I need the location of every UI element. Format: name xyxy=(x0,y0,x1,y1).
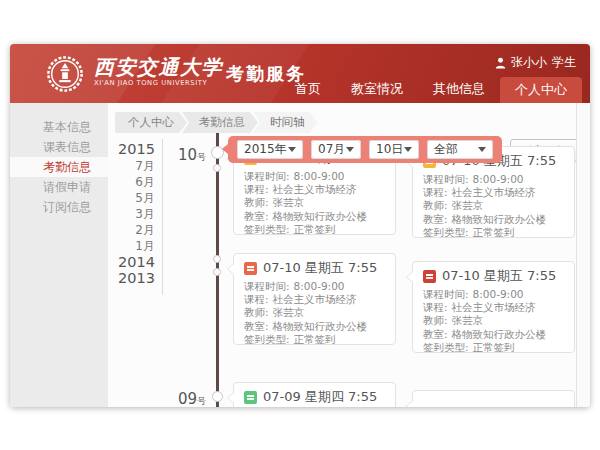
university-name: 西安交通大学 XI'AN JIAO TONG UNIVERSITY xyxy=(94,55,223,88)
month-select[interactable]: 07月 xyxy=(311,140,361,159)
card-row: 课程:社会主义市场经济 xyxy=(244,183,385,196)
attendance-card: 07-10 星期五 7:55 课程时间:8:00-9:00 课程:社会主义市场经… xyxy=(412,261,575,353)
breadcrumb-timeline[interactable]: 时间轴 xyxy=(253,112,318,133)
breadcrumb-personal-center[interactable]: 个人中心 xyxy=(115,112,187,133)
timeline-dot xyxy=(213,268,221,276)
signin-status-icon xyxy=(244,391,257,404)
card-row: 课程:社会主义市场经济 xyxy=(423,186,564,199)
nav-item-personal-center[interactable]: 个人中心 xyxy=(500,77,582,103)
card-row: 课程:社会主义市场经济 xyxy=(244,293,385,306)
card-row: 教师:张芸京 xyxy=(423,199,564,212)
card-row: 签到类型:正常签到 xyxy=(423,226,564,239)
card-row: 课程时间:8:00-9:00 xyxy=(423,173,564,186)
attendance-card-header: 07-10 星期五 7:55 xyxy=(423,268,564,284)
breadcrumb-attendance-info[interactable]: 考勤信息 xyxy=(182,112,258,133)
card-row: 教室:格物致知行政办公楼 xyxy=(244,320,385,333)
card-row: 课程:社会主义市场经济 xyxy=(423,301,564,314)
user-icon xyxy=(495,57,506,69)
scrollbar[interactable] xyxy=(576,103,590,407)
main-panel: 个人中心 考勤信息 时间轴 2015 7月 6月 5月 3月 2月 1月 201… xyxy=(108,103,590,407)
attendance-card-header: 07-09 星期四 7:55 xyxy=(244,389,385,405)
university-name-en: XI'AN JIAO TONG UNIVERSITY xyxy=(94,79,223,88)
timeline-day-marker-10: 10号 xyxy=(164,145,206,164)
attendance-card-title: 07-10 星期五 7:55 xyxy=(442,267,556,285)
attendance-card xyxy=(412,390,575,407)
timeline-month-1[interactable]: 1月 xyxy=(108,238,155,254)
chevron-down-icon xyxy=(404,147,412,152)
day-select[interactable]: 10日 xyxy=(369,140,419,159)
sidebar: 基本信息 课表信息 考勤信息 请假申请 订阅信息 xyxy=(10,103,108,407)
attendance-card-header: 07-10 星期五 7:55 xyxy=(244,260,385,276)
card-row: 签到类型:正常签到 xyxy=(423,341,564,354)
card-row: 课程时间:8:00-9:00 xyxy=(244,170,385,183)
timeline-month-7[interactable]: 7月 xyxy=(108,158,155,174)
sidebar-item-basic-info[interactable]: 基本信息 xyxy=(10,117,108,137)
card-row: 教室:格物致知行政办公楼 xyxy=(423,213,564,226)
sidebar-item-subscription-info[interactable]: 订阅信息 xyxy=(10,197,108,217)
user-info[interactable]: 张小小 学生 xyxy=(495,54,576,71)
card-row: 课程时间:8:00-9:00 xyxy=(244,280,385,293)
nav-item-home[interactable]: 首页 xyxy=(280,74,336,103)
month-select-value: 07月 xyxy=(318,141,345,158)
timeline-month-3[interactable]: 3月 xyxy=(108,206,155,222)
card-row: 教师:张芸京 xyxy=(423,314,564,327)
nav-item-other-info[interactable]: 其他信息 xyxy=(418,74,500,103)
chevron-down-icon xyxy=(346,147,354,152)
content-area: 基本信息 课表信息 考勤信息 请假申请 订阅信息 个人中心 考勤信息 时间轴 2… xyxy=(10,103,590,407)
card-row: 课程时间:8:00-9:00 xyxy=(423,288,564,301)
sidebar-item-leave-request[interactable]: 请假申请 xyxy=(10,177,108,197)
timeline-day-marker-09: 09号 xyxy=(164,389,206,407)
user-role: 学生 xyxy=(552,54,576,71)
timeline-month-6[interactable]: 6月 xyxy=(108,174,155,190)
attendance-card-title: 07-09 星期四 7:55 xyxy=(263,388,377,406)
timeline-month-2[interactable]: 2月 xyxy=(108,222,155,238)
day-select-value: 10日 xyxy=(376,141,403,158)
nav-item-classrooms[interactable]: 教室情况 xyxy=(336,74,418,103)
university-seal-icon xyxy=(46,55,84,93)
card-row: 教师:张芸京 xyxy=(244,196,385,209)
user-name: 张小小 xyxy=(511,54,547,71)
category-select-value: 全部 xyxy=(434,141,458,158)
timeline-year-2013[interactable]: 2013 xyxy=(108,270,155,287)
timeline-year-2015[interactable]: 2015 xyxy=(108,141,155,158)
year-select-value: 2015年 xyxy=(244,141,287,158)
signin-status-icon xyxy=(244,262,257,275)
card-row: 教室:格物致知行政办公楼 xyxy=(244,210,385,223)
timeline-dot xyxy=(213,164,221,172)
year-select[interactable]: 2015年 xyxy=(237,140,303,159)
signin-status-icon xyxy=(423,270,436,283)
university-name-cn: 西安交通大学 xyxy=(94,55,223,79)
day-number: 10 xyxy=(178,146,197,164)
card-row: 教师:张芸京 xyxy=(244,306,385,319)
timeline-dot xyxy=(212,391,223,402)
day-suffix: 号 xyxy=(197,152,206,162)
category-select[interactable]: 全部 xyxy=(427,140,493,159)
app-window: 西安交通大学 XI'AN JIAO TONG UNIVERSITY 考勤服务 张… xyxy=(10,44,590,407)
card-row: 教室:格物致知行政办公楼 xyxy=(423,328,564,341)
attendance-card: 07-10 星期五 7:55 课程时间:8:00-9:00 课程:社会主义市场经… xyxy=(233,253,396,345)
date-filter-bar: 2015年 07月 10日 全部 xyxy=(228,136,502,163)
attendance-card-title: 07-10 星期五 7:55 xyxy=(263,259,377,277)
top-nav: 首页 教室情况 其他信息 个人中心 xyxy=(280,74,582,103)
sidebar-item-attendance-info[interactable]: 考勤信息 xyxy=(10,157,108,177)
chevron-down-icon xyxy=(288,147,296,152)
day-number: 09 xyxy=(178,390,197,407)
timeline-dot xyxy=(213,255,221,263)
breadcrumb: 个人中心 考勤信息 时间轴 xyxy=(115,112,318,133)
timeline-year-month-nav: 2015 7月 6月 5月 3月 2月 1月 2014 2013 xyxy=(108,139,163,295)
timeline-month-5[interactable]: 5月 xyxy=(108,190,155,206)
timeline-year-2014[interactable]: 2014 xyxy=(108,254,155,271)
chevron-down-icon xyxy=(478,147,486,152)
attendance-card: 07-09 星期四 7:55 xyxy=(233,382,396,407)
app-header: 西安交通大学 XI'AN JIAO TONG UNIVERSITY 考勤服务 张… xyxy=(10,44,590,103)
card-row: 签到类型:正常签到 xyxy=(244,333,385,346)
card-row: 签到类型:正常签到 xyxy=(244,223,385,236)
day-suffix: 号 xyxy=(197,396,206,406)
sidebar-item-schedule-info[interactable]: 课表信息 xyxy=(10,137,108,157)
